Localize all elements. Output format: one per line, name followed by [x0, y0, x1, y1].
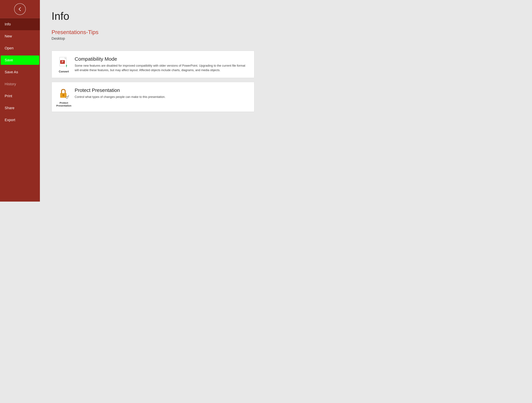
sidebar-item-share[interactable]: Share [0, 102, 40, 114]
protect-title: Protect Presentation [75, 88, 250, 93]
file-location: Desktop [51, 36, 254, 41]
convert-text: Compatibility Mode Some new features are… [75, 56, 250, 72]
sidebar: Info New Open Save Save As History Print… [0, 0, 40, 202]
sidebar-item-info[interactable]: Info [0, 18, 40, 30]
svg-rect-6 [66, 66, 67, 67]
protect-description: Control what types of changes people can… [75, 95, 250, 99]
convert-title: Compatibility Mode [75, 56, 250, 62]
sidebar-item-history[interactable]: History [0, 78, 40, 90]
back-button-area [0, 0, 40, 18]
svg-rect-9 [63, 95, 64, 96]
svg-line-12 [69, 96, 69, 96]
convert-description: Some new features are disabled for impro… [75, 63, 250, 72]
sidebar-item-new[interactable]: New [0, 30, 40, 42]
sidebar-item-save[interactable]: Save [0, 54, 40, 66]
convert-card: P Convert Compatibility Mode Some new fe… [51, 51, 254, 78]
back-button[interactable] [14, 3, 26, 15]
protect-text: Protect Presentation Control what types … [75, 87, 250, 99]
convert-label: Convert [59, 70, 69, 73]
main-content: Info Presentations-Tips Desktop P Conver… [40, 0, 266, 202]
svg-text:P: P [62, 61, 63, 63]
sidebar-item-open[interactable]: Open [0, 42, 40, 54]
sidebar-item-save-as[interactable]: Save As [0, 66, 40, 78]
sidebar-item-export[interactable]: Export [0, 114, 40, 126]
page-title: Info [51, 10, 254, 22]
protect-card: Protect Presentation Protect Presentatio… [51, 82, 254, 112]
protect-label: Protect Presentation [56, 101, 71, 107]
convert-icon-area[interactable]: P Convert [56, 56, 75, 73]
protect-icon-area[interactable]: Protect Presentation [56, 87, 75, 107]
sidebar-item-print[interactable]: Print [0, 90, 40, 102]
svg-line-13 [68, 96, 69, 97]
file-title: Presentations-Tips [51, 29, 254, 35]
